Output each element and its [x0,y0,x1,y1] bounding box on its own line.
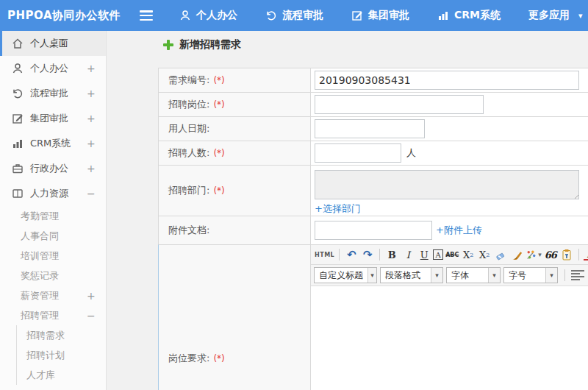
html-source-button[interactable]: HTML [315,247,334,263]
recruit-submenu: 招聘需求 招聘计划 人才库 [16,325,106,385]
required-mark: (*) [213,148,224,158]
sidebar-item-recruit-mgmt[interactable]: 招聘管理 − [0,305,106,325]
font-family-select[interactable]: 字体 ▾ [446,267,501,283]
format-brush-icon[interactable] [509,247,524,263]
caret-down-icon: ▾ [431,268,442,283]
history-arrow-icon [265,10,277,21]
add-icon [163,40,173,50]
blockquote-button[interactable]: 66 [543,247,558,263]
bar-chart-icon [12,138,24,149]
sidebar-item-personal-office[interactable]: 个人办公 + [0,56,106,81]
editor-toolbar-row1: HTML ↶ ↷ B I U A ABC X2 X2 ▾ 66 A ▾ [311,245,588,265]
sidebar-item-personnel-contract[interactable]: 人事合同 [0,226,106,246]
nav-personal-office[interactable]: 个人办公 [179,9,237,22]
book-icon [12,188,24,199]
nav-label: 流程审批 [282,9,323,22]
menu-toggle-icon[interactable] [140,10,153,21]
resize-grip-icon[interactable] [572,192,578,199]
subscript-button[interactable]: X2 [477,247,492,263]
italic-button[interactable]: I [401,247,415,263]
caret-down-icon: ▾ [488,268,500,283]
sidebar-item-attendance-mgmt[interactable]: 考勤管理 [0,206,106,226]
superscript-button[interactable]: X2 [461,247,476,263]
top-bar: PHPOA协同办公软件 个人办公 流程审批 集团审批 CRM系统 更多应用 ▾ [0,0,588,31]
custom-heading-select[interactable]: 自定义标题 ▾ [314,267,377,283]
nav-label: 更多应用 [528,9,570,22]
collapse-toggle[interactable]: − [87,310,106,322]
field-label: 岗位要求: [168,352,209,365]
font-size-select[interactable]: 字号 ▾ [503,267,558,283]
boxed-text-button[interactable]: A [433,249,443,260]
caret-down-icon[interactable]: ▾ [578,11,583,21]
form-row-attachment: 附件文档: +附件上传 [158,216,588,245]
nav-group-approval[interactable]: 集团审批 [351,9,409,22]
sidebar-item-human-resources[interactable]: 人力资源 − [0,181,106,206]
demand-number-input[interactable] [315,71,579,90]
sidebar-item-personal-desktop[interactable]: 个人桌面 [0,31,106,56]
user-icon [12,63,24,74]
editor-toolbar-row2: 自定义标题 ▾ 段落格式 ▾ 字体 ▾ 字号 ▾ [311,265,588,286]
required-mark: (*) [213,185,224,196]
paragraph-format-select[interactable]: 段落格式 ▾ [380,267,443,283]
recruit-demand-form: 需求编号: (*) 招聘岗位: (*) 用人日期: 招聘人数: (*) 人 [158,68,588,390]
collapse-toggle[interactable]: − [87,188,106,199]
color-palette-icon[interactable]: ▾ [526,247,542,263]
nav-more-apps[interactable]: 更多应用 [528,9,570,22]
field-label: 用人日期: [168,122,209,135]
unit-label: 人 [406,146,416,160]
sidebar-item-recruit-plan[interactable]: 招聘计划 [17,345,106,365]
expand-toggle[interactable]: + [87,113,106,124]
caret-down-icon: ▾ [545,268,557,283]
top-nav: 个人办公 流程审批 集团审批 CRM系统 更多应用 ▾ [179,9,583,22]
app-logo: PHPOA协同办公软件 [0,9,140,23]
nav-workflow-approval[interactable]: 流程审批 [265,9,323,22]
sidebar-item-workflow-approval[interactable]: 流程审批 + [0,81,106,106]
redo-icon[interactable]: ↷ [360,247,375,263]
select-dept-link[interactable]: +选择部门 [315,202,361,216]
headcount-input[interactable] [315,143,401,163]
attachment-input[interactable] [315,221,432,240]
form-row-headcount: 招聘人数: (*) 人 [158,141,588,166]
sidebar-item-training-mgmt[interactable]: 培训管理 [0,246,106,266]
form-row-demand-number: 需求编号: (*) [158,68,588,93]
expand-toggle[interactable]: + [87,138,106,149]
sidebar-item-crm-system[interactable]: CRM系统 + [0,131,106,156]
expand-toggle[interactable]: + [87,63,106,74]
font-color-button[interactable]: A [584,249,588,260]
hire-date-input[interactable] [315,119,425,138]
bold-button[interactable]: B [384,247,399,263]
richtext-editor: HTML ↶ ↷ B I U A ABC X2 X2 ▾ 66 A ▾ [311,245,588,390]
form-row-post-requirements: 岗位要求: (*) HTML ↶ ↷ B I U A ABC X2 X2 ▾ 6… [158,244,588,390]
home-icon [12,38,24,49]
sidebar-item-group-approval[interactable]: 集团审批 + [0,106,106,131]
recruit-post-input[interactable] [315,95,484,114]
sidebar-item-reward-punishment[interactable]: 奖惩记录 [0,266,106,286]
editor-content-area[interactable] [311,286,588,390]
field-label: 招聘人数: [168,146,209,160]
required-mark: (*) [213,99,224,110]
page-title: 新增招聘需求 [163,38,241,52]
underline-button[interactable]: U [417,247,431,263]
sidebar-item-recruit-demand[interactable]: 招聘需求 [17,325,106,345]
briefcase-icon [12,163,24,174]
undo-icon[interactable]: ↶ [344,247,359,263]
eraser-icon[interactable] [493,247,508,263]
strikethrough-button[interactable]: ABC [445,247,459,263]
sidebar-item-admin-office[interactable]: 行政办公 + [0,156,106,181]
expand-toggle[interactable]: + [87,163,106,174]
expand-toggle[interactable]: + [87,290,106,302]
nav-crm-system[interactable]: CRM系统 [437,9,501,22]
user-icon [179,10,191,21]
attachment-upload-link[interactable]: +附件上传 [436,224,482,237]
nav-label: 个人办公 [196,9,237,22]
form-row-recruit-dept: 招聘部门: (*) +选择部门 [158,165,588,216]
sidebar-item-talent-pool[interactable]: 人才库 [17,365,106,385]
sidebar-item-salary-mgmt[interactable]: 薪资管理 + [0,286,106,305]
align-left-icon[interactable] [571,270,584,280]
sidebar: 个人桌面 个人办公 + 流程审批 + 集团审批 + CRM系统 + 行政办公 +… [0,31,107,390]
recruit-dept-textarea[interactable] [315,170,579,199]
caret-down-icon: ▾ [538,251,542,258]
nav-label: CRM系统 [454,9,501,22]
expand-toggle[interactable]: + [87,88,106,99]
paste-icon[interactable] [559,247,574,263]
